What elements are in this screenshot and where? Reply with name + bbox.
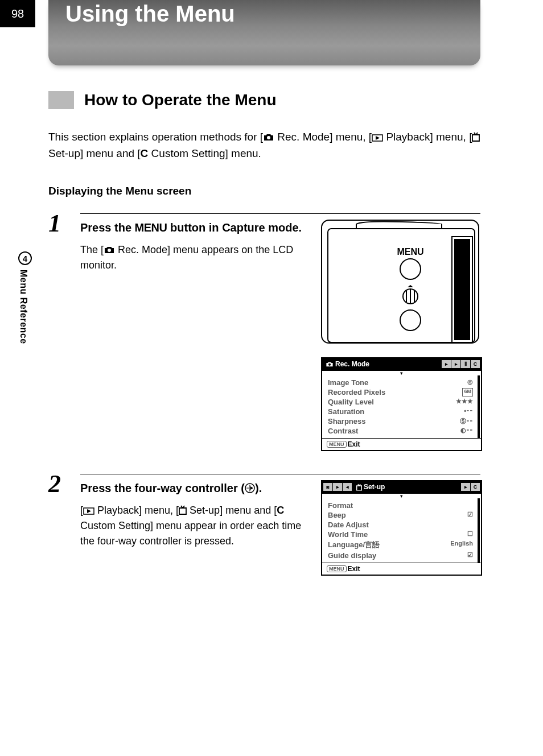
text: The [ bbox=[80, 244, 104, 255]
list-item: Language/言語English bbox=[322, 539, 481, 551]
text: Custom Setting] menu. bbox=[148, 147, 261, 159]
svg-rect-5 bbox=[454, 239, 470, 340]
step-text: Press the four-way controller (). [ Play… bbox=[80, 480, 310, 576]
intro-paragraph: This section explains operation methods … bbox=[48, 129, 480, 162]
item-value: ☑ bbox=[467, 511, 473, 519]
lcd-inactive-tabs-right: ▸ C bbox=[460, 481, 481, 493]
svg-point-2 bbox=[108, 249, 111, 252]
section-heading: How to Operate the Menu bbox=[48, 91, 480, 109]
lcd-tab-label: Set-up bbox=[364, 483, 385, 491]
lcd-screen-rec-mode: Rec. Mode ▸ ▸ Ⅱ C ▾ Image Tone◎ Recorded… bbox=[321, 357, 482, 451]
item-label: Guide display bbox=[328, 551, 376, 560]
text: This section explains operation methods … bbox=[48, 131, 263, 143]
step-heading: Press the MENU button in Capture mode. bbox=[80, 220, 310, 236]
lcd-tabs: ◙ ▸ ◂ Set-up ▸ C bbox=[322, 481, 481, 494]
camera-icon bbox=[104, 246, 115, 254]
svg-point-7 bbox=[400, 259, 421, 279]
step-heading: Press the four-way controller (). bbox=[80, 480, 310, 496]
playback-icon bbox=[372, 134, 383, 142]
svg-point-0 bbox=[267, 136, 270, 139]
text: Rec. Mode] menu, [ bbox=[274, 131, 372, 143]
custom-c-icon: C bbox=[141, 147, 149, 159]
item-value: ☐ bbox=[467, 530, 473, 539]
lcd-tabs: Rec. Mode ▸ ▸ Ⅱ C bbox=[322, 358, 481, 371]
lcd-screen-setup: ◙ ▸ ◂ Set-up ▸ C ▾ bbox=[321, 480, 482, 576]
list-item: Format bbox=[322, 501, 481, 510]
custom-tab-icon: C bbox=[471, 360, 480, 368]
scrollbar bbox=[478, 375, 480, 438]
camera-icon bbox=[263, 133, 274, 142]
subsection-heading: Displaying the Menu screen bbox=[48, 185, 480, 197]
text: Custom Setting] menu appear in order eac… bbox=[80, 520, 301, 547]
camera-tab-icon: ◙ bbox=[323, 483, 332, 491]
page-number: 98 bbox=[0, 0, 35, 27]
step-text: Press the MENU button in Capture mode. T… bbox=[80, 220, 310, 451]
text: Playback] menu, [ bbox=[94, 505, 179, 516]
setup-icon bbox=[356, 484, 362, 491]
page-content: How to Operate the Menu This section exp… bbox=[48, 91, 480, 598]
step-description: [ Playback] menu, [ Set-up] menu and [C … bbox=[80, 503, 310, 549]
item-value: •⁃⁃ bbox=[464, 407, 473, 416]
side-tab: 4 Menu Reference bbox=[18, 251, 32, 344]
step-figure: ◙ ▸ ◂ Set-up ▸ C ▾ bbox=[321, 480, 480, 576]
item-label: Image Tone bbox=[328, 378, 368, 387]
item-label: Recorded Pixels bbox=[328, 388, 385, 396]
exit-label: Exit bbox=[348, 565, 360, 573]
svg-text:MENU: MENU bbox=[397, 247, 423, 257]
step-body: Press the four-way controller (). [ Play… bbox=[80, 474, 480, 576]
side-tab-label: Menu Reference bbox=[18, 270, 28, 344]
lcd-tab-label: Rec. Mode bbox=[335, 360, 369, 368]
lcd-inactive-tabs-left: ◙ ▸ ◂ bbox=[322, 481, 353, 493]
list-item: Image Tone◎ bbox=[322, 378, 481, 387]
exit-label: Exit bbox=[348, 440, 360, 448]
list-item: Saturation•⁃⁃ bbox=[322, 407, 481, 416]
four-way-right-icon bbox=[245, 483, 255, 493]
item-label: Beep bbox=[328, 511, 346, 519]
setup-icon bbox=[179, 505, 187, 515]
lcd-exit-row: MENU Exit bbox=[322, 438, 481, 450]
scroll-down-icon: ▾ bbox=[322, 494, 481, 498]
item-label: Contrast bbox=[328, 427, 358, 435]
step-figure: MENU bbox=[321, 220, 480, 451]
step: 1 Press the MENU button in Capture mode.… bbox=[48, 213, 480, 451]
step: 2 Press the four-way controller (). [ Pl… bbox=[48, 474, 480, 576]
list-item: Recorded Pixels6M bbox=[322, 387, 481, 397]
camera-icon bbox=[326, 361, 334, 367]
text: Set-up] menu and [ bbox=[48, 147, 141, 159]
custom-c-icon: C bbox=[277, 505, 284, 516]
svg-point-8 bbox=[400, 310, 421, 331]
text: Playback] menu, [ bbox=[383, 131, 472, 143]
step-number: 2 bbox=[48, 472, 68, 576]
scroll-down-icon: ▾ bbox=[322, 371, 481, 375]
arrow-right-icon: ▸ bbox=[461, 483, 470, 491]
text: Press the bbox=[80, 221, 135, 234]
item-value: ◐⁃⁃ bbox=[460, 427, 473, 435]
arrow-left-icon: ◂ bbox=[343, 483, 352, 491]
item-label: Saturation bbox=[328, 407, 364, 416]
item-value: ◎ bbox=[467, 378, 473, 387]
list-item: Guide display☑ bbox=[322, 551, 481, 560]
item-value: English bbox=[450, 540, 473, 550]
item-label: Quality Level bbox=[328, 398, 374, 406]
item-label: World Time bbox=[328, 530, 368, 539]
chapter-title: Using the Menu bbox=[48, 0, 480, 27]
lcd-inactive-tabs: ▸ ▸ Ⅱ C bbox=[441, 358, 481, 370]
setup-tab-icon: Ⅱ bbox=[461, 360, 470, 368]
scrollbar bbox=[478, 498, 480, 563]
playback-icon bbox=[83, 507, 94, 515]
item-label: Sharpness bbox=[328, 417, 365, 425]
svg-point-12 bbox=[328, 363, 331, 366]
lcd-menu-items: Image Tone◎ Recorded Pixels6M Quality Le… bbox=[322, 375, 481, 438]
item-label: Format bbox=[328, 501, 353, 510]
list-item: SharpnessⓈ⁃⁃ bbox=[322, 416, 481, 426]
step-description: The [ Rec. Mode] menu appears on the LCD… bbox=[80, 242, 310, 273]
lcd-exit-row: MENU Exit bbox=[322, 563, 481, 575]
camera-diagram: MENU bbox=[321, 220, 479, 344]
step-body: Press the MENU button in Capture mode. T… bbox=[80, 213, 480, 451]
menu-button-label: MENU bbox=[327, 565, 347, 572]
text: Set-up] menu and [ bbox=[187, 505, 277, 516]
chapter-number-badge: 4 bbox=[18, 251, 32, 265]
list-item: Date Adjust bbox=[322, 520, 481, 530]
custom-tab-icon: C bbox=[471, 483, 480, 491]
item-value: Ⓢ⁃⁃ bbox=[460, 417, 473, 425]
